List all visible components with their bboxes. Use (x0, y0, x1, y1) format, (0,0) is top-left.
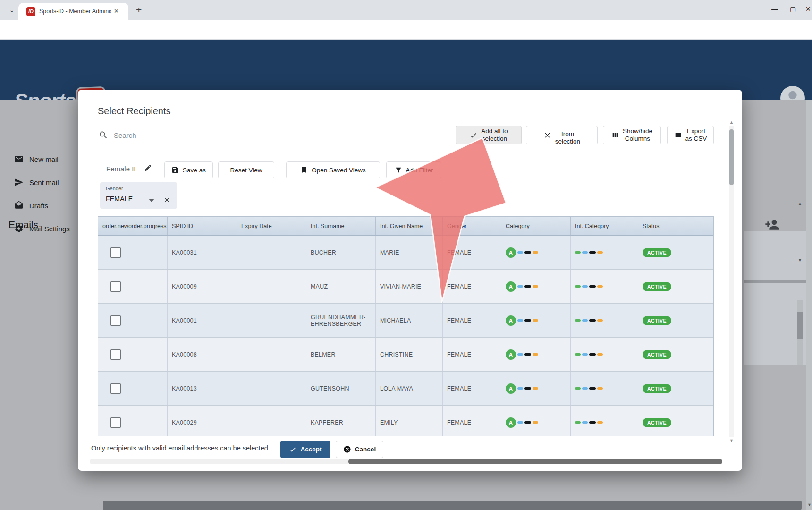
remove-from-selection-button[interactable]: fromselection (526, 126, 598, 144)
modal-scroll-up-icon[interactable]: ▲ (729, 120, 734, 125)
row-checkbox[interactable] (110, 383, 121, 394)
export-as-csv-button[interactable]: Exportas CSV (667, 126, 714, 144)
cancel-circle-icon (343, 445, 351, 453)
add-all-to-selection-button[interactable]: Add all toselection (456, 126, 522, 144)
page-scrollbar (806, 100, 812, 510)
table-horizontal-scrollbar[interactable] (90, 459, 714, 464)
category-dash (533, 387, 538, 390)
modal-scroll-down-icon[interactable]: ▼ (729, 438, 734, 443)
window-maximize-icon[interactable]: ▢ (790, 5, 796, 13)
cell-expiry-date (237, 270, 306, 303)
row-checkbox[interactable] (110, 281, 121, 292)
accept-button[interactable]: Accept (280, 441, 330, 458)
table-row: KA00013GUTENSOHNLOLA MAYAFEMALEAACTIVE (98, 372, 713, 406)
column-header[interactable]: order.neworder.progress.s (98, 217, 168, 235)
row-checkbox[interactable] (110, 349, 121, 360)
close-x-icon (543, 131, 551, 139)
cell-int-category (571, 304, 638, 337)
add-filter-button[interactable]: Add Filter (386, 162, 441, 178)
open-saved-views-button[interactable]: Open Saved Views (286, 162, 380, 178)
cell-spid-id: KA00001 (168, 304, 237, 337)
select-recipients-modal: Select Recipients Search Add all toselec… (78, 90, 742, 471)
category-dash (533, 285, 538, 288)
toolbar-divider (281, 161, 281, 179)
table-body: KA00031BUCHERMARIEFEMALEAACTIVEKA00009MA… (98, 236, 713, 436)
send-icon (14, 178, 24, 187)
cell-int-given-name: MICHAELA (376, 304, 443, 337)
cell-category: A (501, 270, 571, 303)
sidebar-item-sent-mail[interactable]: Sent mail (14, 176, 85, 188)
cell-int-surname: BELMER (306, 338, 376, 371)
show-hide-columns-button[interactable]: Show/hideColumns (603, 126, 661, 144)
category-badge: A (506, 383, 516, 394)
sidebar-item-drafts[interactable]: Drafts (14, 199, 85, 212)
save-as-button[interactable]: Save as (164, 162, 213, 178)
cell-category: A (501, 338, 571, 371)
cell-int-given-name: EMILY (376, 406, 443, 436)
table-header: order.neworder.progress.s SPID ID Expiry… (98, 217, 713, 236)
cell-spid-id: KA00009 (168, 270, 237, 303)
browser-toolbar: ← → ⟳ sportsid-kid.demo.risedev.at/admin… (0, 20, 812, 40)
cell-int-category (571, 338, 638, 371)
category-badge: A (506, 247, 516, 258)
table-row: KA00031BUCHERMARIEFEMALEAACTIVE (98, 236, 713, 270)
page-scroll-down-icon: ▼ (807, 502, 812, 507)
category-dash (597, 421, 603, 424)
chevron-down-icon[interactable] (149, 199, 154, 202)
column-header[interactable]: Int. Surname (306, 217, 376, 235)
sidebar-item-label: New mail (29, 155, 59, 163)
tab-close-icon[interactable]: ✕ (114, 8, 119, 15)
cell-int-surname: KAPFERER (306, 406, 376, 436)
window-close-icon[interactable]: ✕ (805, 5, 811, 13)
column-header[interactable]: Int. Given Name (376, 217, 443, 235)
row-checkbox[interactable] (110, 315, 121, 326)
category-dash (575, 319, 581, 322)
column-header[interactable]: Category (501, 217, 571, 235)
window-minimize-icon[interactable]: — (771, 5, 778, 13)
cell-gender: FEMALE (443, 372, 501, 405)
search-placeholder: Search (114, 131, 136, 139)
category-dash (589, 251, 596, 254)
column-header[interactable]: Expiry Date (237, 217, 306, 235)
tab-search-chevron-icon[interactable]: ⌄ (7, 5, 17, 16)
favicon: iD (26, 7, 35, 16)
column-header[interactable]: Gender (443, 217, 501, 235)
category-dash (589, 285, 596, 288)
category-dash (589, 421, 596, 424)
browser-tab[interactable]: iD Sports-iD - Member Administra ✕ (18, 3, 128, 20)
remove-filter-icon[interactable] (163, 196, 171, 204)
checkbox-cell (98, 372, 168, 405)
cell-gender: FEMALE (443, 236, 501, 269)
browser-tabstrip: ⌄ iD Sports-iD - Member Administra ✕ + —… (0, 0, 812, 20)
checkbox-cell (98, 304, 168, 337)
horizontal-scrollbar-thumb[interactable] (348, 459, 722, 464)
row-checkbox[interactable] (110, 417, 121, 428)
column-header[interactable]: Status (638, 217, 713, 235)
recipients-table: order.neworder.progress.s SPID ID Expiry… (98, 216, 714, 436)
category-dash (575, 285, 581, 288)
gender-filter-chip[interactable]: Gender FEMALE (100, 182, 177, 209)
sidebar-item-mail-settings[interactable]: Mail Settings (14, 222, 85, 235)
category-dash (575, 353, 581, 356)
category-dash (575, 421, 581, 424)
cell-int-category (571, 372, 638, 405)
new-tab-button[interactable]: + (136, 4, 142, 16)
scroll-up-icon: ▲ (798, 201, 802, 206)
cell-expiry-date (237, 236, 306, 269)
status-badge: ACTIVE (643, 350, 671, 359)
category-dash (524, 421, 531, 424)
column-header[interactable]: SPID ID (168, 217, 237, 235)
vertical-scrollbar-thumb[interactable] (729, 129, 734, 185)
checkbox-cell (98, 406, 168, 436)
category-dash (524, 353, 531, 356)
background-divider (744, 280, 812, 283)
category-dash (582, 285, 588, 288)
column-header[interactable]: Int. Category (571, 217, 638, 235)
person-add-icon (765, 217, 780, 232)
category-dash (597, 319, 603, 322)
reset-view-button[interactable]: Reset View (218, 162, 274, 178)
row-checkbox[interactable] (110, 247, 121, 258)
cancel-button[interactable]: Cancel (336, 441, 383, 458)
edit-pencil-icon[interactable] (144, 164, 152, 172)
sidebar-item-new-mail[interactable]: New mail (14, 153, 85, 165)
